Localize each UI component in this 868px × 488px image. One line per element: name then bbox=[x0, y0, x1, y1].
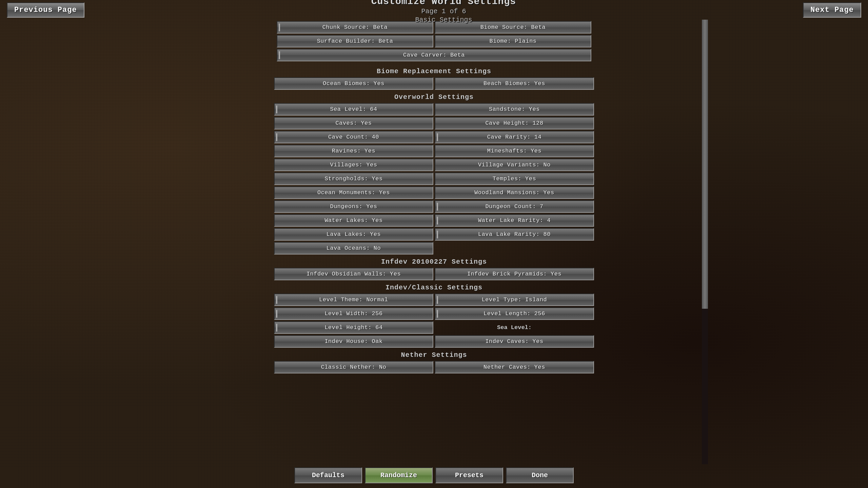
randomize-button[interactable]: Randomize bbox=[365, 467, 433, 483]
ow-row-2: Caves: Yes Cave Height: 128 bbox=[274, 117, 594, 129]
sea-level-static: Sea Level: bbox=[435, 321, 594, 334]
cave-count-btn[interactable]: Cave Count: 40 bbox=[274, 131, 433, 143]
ravines-btn[interactable]: Ravines: Yes bbox=[274, 145, 433, 157]
dungeon-count-btn[interactable]: Dungeon Count: 7 bbox=[435, 200, 594, 213]
overworld-section: Sea Level: 64 Sandstone: Yes Caves: Yes … bbox=[271, 103, 597, 255]
top-row-2: Surface Builder: Beta Biome: Plains bbox=[274, 35, 594, 47]
ow-row-1: Sea Level: 64 Sandstone: Yes bbox=[274, 103, 594, 116]
cave-carver-btn[interactable]: Cave Carver: Beta bbox=[277, 49, 591, 61]
prev-page-button[interactable]: Previous Page bbox=[7, 2, 84, 18]
lava-lakes-btn[interactable]: Lava Lakes: Yes bbox=[274, 228, 433, 241]
ow-row-3: Cave Count: 40 Cave Rarity: 14 bbox=[274, 131, 594, 143]
lava-oceans-btn[interactable]: Lava Oceans: No bbox=[274, 242, 433, 255]
nether-header: Nether Settings bbox=[271, 351, 597, 359]
infdev-brick-pyramids-btn[interactable]: Infdev Brick Pyramids: Yes bbox=[435, 268, 594, 280]
nether-section: Classic Nether: No Nether Caves: Yes bbox=[271, 361, 597, 373]
scrollbar-thumb[interactable] bbox=[702, 20, 708, 309]
top-settings-section: Chunk Source: Beta Biome Source: Beta Su… bbox=[271, 20, 597, 64]
title-area: Customize World Settings Page 1 of 6 Bas… bbox=[371, 0, 516, 24]
level-width-btn[interactable]: Level Width: 256 bbox=[274, 307, 433, 320]
ow-row-8: Dungeons: Yes Dungeon Count: 7 bbox=[274, 200, 594, 213]
temples-btn[interactable]: Temples: Yes bbox=[435, 172, 594, 185]
level-type-btn[interactable]: Level Type: Island bbox=[435, 293, 594, 306]
sea-level-btn[interactable]: Sea Level: 64 bbox=[274, 103, 433, 116]
basic-settings-title: Basic Settings bbox=[371, 16, 516, 24]
infdev-header: Infdev 20100227 Settings bbox=[271, 258, 597, 266]
ow-row-11: Lava Oceans: No bbox=[274, 242, 594, 255]
level-length-btn[interactable]: Level Length: 256 bbox=[435, 307, 594, 320]
ic-row-2: Level Width: 256 Level Length: 256 bbox=[274, 307, 594, 320]
cave-rarity-btn[interactable]: Cave Rarity: 14 bbox=[435, 131, 594, 143]
surface-builder-btn[interactable]: Surface Builder: Beta bbox=[277, 35, 433, 47]
indev-house-btn[interactable]: Indev House: Oak bbox=[274, 335, 433, 348]
dungeons-btn[interactable]: Dungeons: Yes bbox=[274, 200, 433, 213]
main-content: Chunk Source: Beta Biome Source: Beta Su… bbox=[271, 20, 597, 464]
defaults-button[interactable]: Defaults bbox=[294, 467, 362, 483]
ow-row-5: Villages: Yes Village Variants: No bbox=[274, 159, 594, 171]
top-row-3: Cave Carver: Beta bbox=[274, 49, 594, 61]
level-height-btn[interactable]: Level Height: 64 bbox=[274, 321, 433, 334]
next-page-button[interactable]: Next Page bbox=[803, 2, 861, 18]
biome-btn[interactable]: Biome: Plains bbox=[435, 35, 591, 47]
nether-caves-btn[interactable]: Nether Caves: Yes bbox=[435, 361, 594, 373]
indev-classic-section: Level Theme: Normal Level Type: Island L… bbox=[271, 293, 597, 348]
villages-btn[interactable]: Villages: Yes bbox=[274, 159, 433, 171]
caves-btn[interactable]: Caves: Yes bbox=[274, 117, 433, 129]
cave-height-btn[interactable]: Cave Height: 128 bbox=[435, 117, 594, 129]
done-button[interactable]: Done bbox=[506, 467, 574, 483]
village-variants-btn[interactable]: Village Variants: No bbox=[435, 159, 594, 171]
mineshafts-btn[interactable]: Mineshafts: Yes bbox=[435, 145, 594, 157]
overworld-header: Overworld Settings bbox=[271, 93, 597, 101]
main-title: Customize World Settings bbox=[371, 0, 516, 7]
scrollbar-track[interactable] bbox=[702, 20, 708, 464]
biome-replacement-header: Biome Replacement Settings bbox=[271, 67, 597, 75]
water-lakes-btn[interactable]: Water Lakes: Yes bbox=[274, 214, 433, 227]
ic-row-4: Indev House: Oak Indev Caves: Yes bbox=[274, 335, 594, 348]
ow-row-9: Water Lakes: Yes Water Lake Rarity: 4 bbox=[274, 214, 594, 227]
ow-row-7: Ocean Monuments: Yes Woodland Mansions: … bbox=[274, 186, 594, 199]
ocean-biomes-btn[interactable]: Ocean Biomes: Yes bbox=[274, 77, 433, 90]
biome-replacement-section: Ocean Biomes: Yes Beach Biomes: Yes bbox=[271, 77, 597, 90]
woodland-mansions-btn[interactable]: Woodland Mansions: Yes bbox=[435, 186, 594, 199]
ic-row-3: Level Height: 64 Sea Level: bbox=[274, 321, 594, 334]
strongholds-btn[interactable]: Strongholds: Yes bbox=[274, 172, 433, 185]
ow-row-10: Lava Lakes: Yes Lava Lake Rarity: 80 bbox=[274, 228, 594, 241]
infdev-section: Infdev Obsidian Walls: Yes Infdev Brick … bbox=[271, 268, 597, 280]
top-bar: Previous Page Customize World Settings P… bbox=[0, 0, 868, 20]
classic-nether-btn[interactable]: Classic Nether: No bbox=[274, 361, 433, 373]
beach-biomes-btn[interactable]: Beach Biomes: Yes bbox=[435, 77, 594, 90]
indev-classic-header: Indev/Classic Settings bbox=[271, 284, 597, 291]
lava-lake-rarity-btn[interactable]: Lava Lake Rarity: 80 bbox=[435, 228, 594, 241]
ocean-monuments-btn[interactable]: Ocean Monuments: Yes bbox=[274, 186, 433, 199]
water-lake-rarity-btn[interactable]: Water Lake Rarity: 4 bbox=[435, 214, 594, 227]
ow-row-6: Strongholds: Yes Temples: Yes bbox=[274, 172, 594, 185]
bottom-bar: Defaults Randomize Presets Done bbox=[0, 465, 868, 488]
ic-row-1: Level Theme: Normal Level Type: Island bbox=[274, 293, 594, 306]
indev-caves-btn[interactable]: Indev Caves: Yes bbox=[435, 335, 594, 348]
level-theme-btn[interactable]: Level Theme: Normal bbox=[274, 293, 433, 306]
sandstone-btn[interactable]: Sandstone: Yes bbox=[435, 103, 594, 116]
page-info: Page 1 of 6 bbox=[371, 7, 516, 15]
ow-row-4: Ravines: Yes Mineshafts: Yes bbox=[274, 145, 594, 157]
presets-button[interactable]: Presets bbox=[435, 467, 503, 483]
infdev-obsidian-walls-btn[interactable]: Infdev Obsidian Walls: Yes bbox=[274, 268, 433, 280]
